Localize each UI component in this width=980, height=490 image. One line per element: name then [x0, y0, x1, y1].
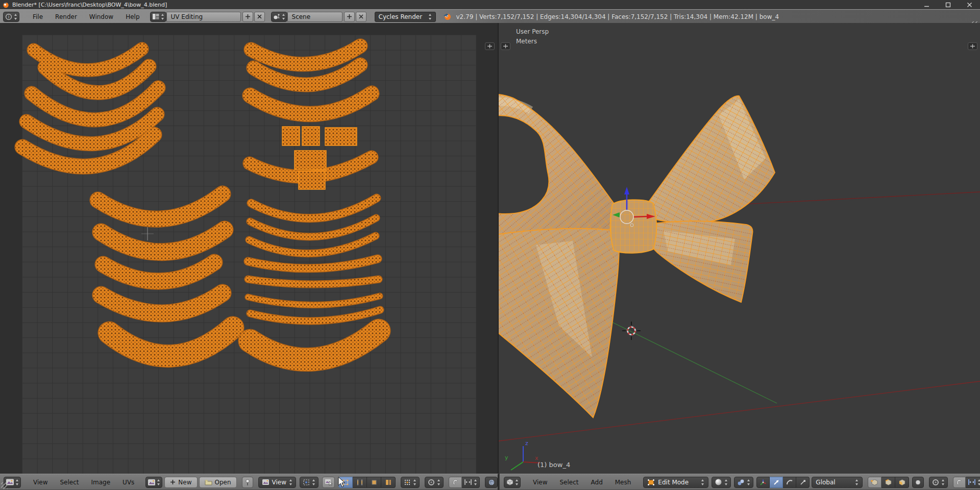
uv-properties-region-toggle[interactable]: [485, 42, 495, 50]
viewport-3d[interactable]: z y x User Persp Meters (1) bow_4: [499, 23, 980, 474]
sphere-icon: [488, 479, 495, 486]
uv-draw-other-objects-toggle[interactable]: [485, 477, 498, 488]
manipulator-scale-button[interactable]: [796, 477, 810, 488]
manipulator-toggle-button[interactable]: [756, 477, 770, 488]
scene-browse-button[interactable]: [271, 12, 287, 22]
menu-help[interactable]: Help: [119, 13, 145, 20]
uv-menu-image[interactable]: Image: [85, 479, 117, 486]
bow-mesh[interactable]: [499, 94, 775, 418]
magnet-icon: [452, 479, 459, 486]
proportional-edit-select[interactable]: [929, 477, 948, 488]
uv-snap-controls: [449, 477, 480, 488]
folder-icon: [205, 479, 212, 485]
updown-arrows-icon: [724, 479, 728, 486]
uv-menu-select[interactable]: Select: [54, 479, 85, 486]
menu-render[interactable]: Render: [49, 13, 83, 20]
updown-arrows-icon: [515, 479, 519, 486]
image-browse-button[interactable]: [145, 477, 162, 488]
snap-toggle[interactable]: [953, 477, 966, 488]
plus-icon: [245, 14, 251, 19]
minimize-button[interactable]: [916, 0, 937, 9]
blender-logo-icon: [3, 2, 9, 8]
uv-sticky-select-mode[interactable]: [401, 477, 420, 488]
uv-proportional-edit-select[interactable]: [425, 477, 444, 488]
viewport-shading-select[interactable]: [712, 477, 731, 488]
render-engine-select[interactable]: Cycles Render: [375, 12, 436, 22]
uv-sync-selection-toggle[interactable]: [322, 477, 335, 488]
axes-icon: [760, 479, 767, 486]
uv-menu-uvs[interactable]: UVs: [116, 479, 140, 486]
snap-element-select[interactable]: [966, 477, 980, 488]
island-select-icon: [385, 479, 392, 486]
uv-image-editor[interactable]: [0, 23, 499, 474]
bow-knot[interactable]: [610, 200, 656, 253]
scene-name: Scene: [292, 13, 311, 20]
scene-icon: [273, 13, 281, 20]
uv-editor-header: View Select Image UVs New Open View: [0, 474, 499, 490]
corner-grip[interactable]: [1, 482, 8, 489]
snap-increment-icon: [464, 479, 472, 485]
object-mode-select[interactable]: Edit Mode: [643, 477, 708, 488]
screen-layout-browse-button[interactable]: [150, 12, 166, 22]
transform-orientation-select[interactable]: Global: [812, 477, 863, 488]
proportional-edit-icon: [428, 479, 435, 486]
image-new-button[interactable]: New: [164, 477, 197, 488]
window-controls: [916, 0, 980, 9]
pin-icon: [244, 479, 251, 486]
maximize-button[interactable]: [937, 0, 959, 9]
mesh-select-face-button[interactable]: [895, 477, 909, 488]
manipulator-rotate-button[interactable]: [783, 477, 796, 488]
snap-increment-icon: [968, 479, 976, 485]
uv-pivot-select[interactable]: [300, 477, 318, 488]
viewport-active-object: (1) bow_4: [537, 461, 570, 469]
uv-select-island-button[interactable]: [381, 477, 396, 488]
limit-selection-visible-toggle[interactable]: [912, 477, 924, 488]
updown-arrows-icon: [413, 479, 416, 486]
mesh-select-vertex-button[interactable]: [868, 477, 881, 488]
scene-name-field[interactable]: Scene: [287, 12, 342, 22]
uv-2d-cursor: [141, 227, 154, 240]
v3d-menu-view[interactable]: View: [527, 479, 553, 486]
object-mode-value: Edit Mode: [658, 479, 689, 486]
add-screen-layout-button[interactable]: [242, 12, 253, 22]
uv-menu-view[interactable]: View: [27, 479, 54, 486]
delete-scene-button[interactable]: [356, 12, 366, 22]
close-button[interactable]: [959, 0, 980, 9]
image-pin-button[interactable]: [242, 477, 253, 488]
image-mode-value: View: [272, 479, 286, 486]
rotate-arc-icon: [786, 479, 793, 486]
mini-axis-gizmo: z y x: [505, 440, 540, 470]
info-editor-icon: i: [5, 13, 13, 20]
updown-arrows-icon: [282, 13, 285, 20]
manipulator-translate-button[interactable]: [770, 477, 783, 488]
properties-region-toggle[interactable]: [968, 42, 977, 50]
screen-layout-icon: [152, 13, 160, 20]
image-icon: [148, 479, 156, 486]
face-mode-cube-icon: [898, 479, 906, 486]
viewport-3d-header: View Select Add Mesh Edit Mode Global: [500, 474, 980, 490]
updown-arrows-icon: [161, 13, 164, 20]
menu-window[interactable]: Window: [83, 13, 119, 20]
v3d-menu-select[interactable]: Select: [553, 479, 584, 486]
uv-select-edge-button[interactable]: [353, 477, 367, 488]
tool-shelf-toggle[interactable]: [501, 42, 510, 50]
v3d-menu-mesh[interactable]: Mesh: [609, 479, 638, 486]
editor-type-3dview-button[interactable]: [504, 477, 521, 488]
editor-type-info-button[interactable]: i: [3, 12, 19, 22]
uv-snap-element-select[interactable]: [462, 477, 480, 488]
magnet-icon: [956, 479, 963, 486]
add-scene-button[interactable]: [344, 12, 355, 22]
scene-statistics: v2.79 | Verts:7,152/7,152 | Edges:14,304…: [456, 13, 779, 20]
menu-file[interactable]: File: [27, 13, 49, 20]
v3d-menu-add[interactable]: Add: [585, 479, 609, 486]
screen-layout-name-field[interactable]: UV Editing: [166, 12, 241, 22]
delete-screen-layout-button[interactable]: [254, 12, 265, 22]
pivot-point-select[interactable]: [734, 477, 753, 488]
mesh-select-edge-button[interactable]: [881, 477, 895, 488]
image-mode-select[interactable]: View: [258, 477, 296, 488]
image-open-button[interactable]: Open: [199, 477, 237, 488]
proportional-edit-icon: [932, 479, 939, 486]
scale-icon: [799, 479, 806, 486]
uv-select-face-button[interactable]: [367, 477, 381, 488]
uv-snap-toggle[interactable]: [449, 477, 462, 488]
